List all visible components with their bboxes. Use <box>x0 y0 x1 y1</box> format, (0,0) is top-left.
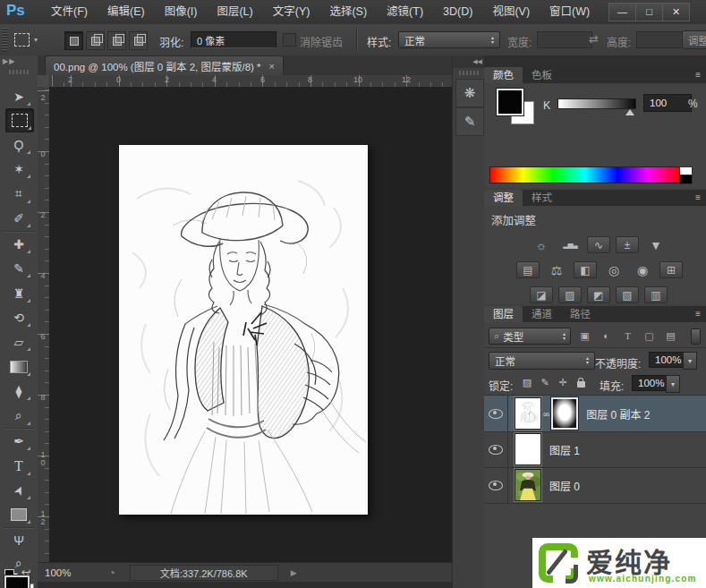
brushes-panel-button[interactable]: ✎ <box>455 107 484 136</box>
black-white-icon[interactable]: ◧ <box>574 261 597 278</box>
new-selection-button[interactable] <box>64 31 83 50</box>
layer-name[interactable]: 图层 1 <box>549 442 580 457</box>
antialias-checkbox[interactable] <box>283 33 296 47</box>
filter-smart-object-icon[interactable]: ▤ <box>663 328 678 343</box>
curves-icon[interactable]: ∿ <box>587 236 610 253</box>
threshold-icon[interactable]: ◩ <box>587 286 610 303</box>
exposure-icon[interactable]: ± <box>616 236 639 253</box>
tool-preset-picker[interactable]: ▾ <box>14 31 50 48</box>
eraser-tool[interactable]: ▱ <box>5 330 32 353</box>
toolbar-grip[interactable] <box>9 70 29 74</box>
tab-styles[interactable]: 样式 <box>523 190 561 206</box>
tab-layers[interactable]: 图层 <box>484 306 523 322</box>
filter-adjustment-layers-icon[interactable]: ◐ <box>599 328 614 343</box>
lock-position-icon[interactable]: ✛ <box>556 376 570 389</box>
photo-filter-icon[interactable]: ◎ <box>602 261 625 278</box>
layer-mask-thumbnail[interactable] <box>551 397 578 430</box>
expand-panels-icon[interactable]: ◀◀ <box>453 55 485 68</box>
horizontal-ruler[interactable]: 2 0 2 4 6 8 10 12 <box>49 75 452 88</box>
tab-color[interactable]: 颜色 <box>484 67 523 83</box>
tab-close-icon[interactable]: × <box>269 61 275 72</box>
lock-image-pixels-icon[interactable]: ✎ <box>538 376 552 389</box>
layer-row-0[interactable]: ∞ 图层 0 副本 2 <box>484 396 706 432</box>
menu-view[interactable]: 视图(V) <box>482 0 540 24</box>
layer-name[interactable]: 图层 0 <box>549 478 580 493</box>
menu-type[interactable]: 文字(Y) <box>263 0 320 24</box>
menu-select[interactable]: 选择(S) <box>319 0 377 24</box>
posterize-icon[interactable]: ▨ <box>558 286 582 303</box>
foreground-color-swatch[interactable] <box>4 575 30 588</box>
menu-edit[interactable]: 编辑(E) <box>98 0 155 24</box>
minimize-button[interactable]: — <box>608 3 635 21</box>
path-selection-tool[interactable]: ➤ <box>5 479 32 501</box>
menu-layer[interactable]: 图层(L) <box>207 0 262 24</box>
eyedropper-tool[interactable]: ✐ <box>5 207 32 229</box>
layer-filter-type-dropdown[interactable]: ⌕ 类型 ▴▾ <box>489 328 571 345</box>
layer-thumbnail[interactable] <box>515 397 541 430</box>
height-input[interactable] <box>636 31 688 48</box>
layer-row-1[interactable]: 图层 1 <box>484 431 706 468</box>
tab-adjustments[interactable]: 调整 <box>484 190 523 206</box>
layer-thumbnail[interactable] <box>515 469 541 501</box>
rectangle-tool[interactable] <box>5 503 32 525</box>
layer-row-2[interactable]: 图层 0 <box>484 467 706 504</box>
tab-channels[interactable]: 通道 <box>523 306 561 322</box>
swap-width-height-icon[interactable]: ⇄ <box>589 32 599 46</box>
foreground-swatch[interactable] <box>497 89 523 115</box>
zoom-level[interactable]: 100% <box>45 567 71 578</box>
document-info[interactable]: 文档:337.2K/786.8K <box>130 565 278 581</box>
close-button[interactable]: ✕ <box>662 3 690 21</box>
status-expand-icon[interactable]: ▶ <box>291 568 297 577</box>
crop-tool[interactable]: ⌗ <box>5 183 32 205</box>
menu-image[interactable]: 图像(I) <box>155 0 208 24</box>
invert-icon[interactable]: ◪ <box>530 286 553 303</box>
strip-grip[interactable] <box>459 71 479 75</box>
canvas[interactable] <box>119 145 368 515</box>
filter-pixel-layers-icon[interactable]: ▣ <box>577 328 592 343</box>
panel-menu-icon[interactable]: ≡ <box>695 67 706 83</box>
document-tab[interactable]: 00.png @ 100% (图层 0 副本 2, 图层蒙版/8) * × <box>45 55 284 76</box>
filter-type-layers-icon[interactable]: T <box>620 328 635 343</box>
layer-visibility-toggle[interactable] <box>484 396 508 431</box>
brightness-contrast-icon[interactable]: ☼ <box>530 236 553 253</box>
toolbar-collapse-icon[interactable]: ▶▶ <box>3 57 15 65</box>
channel-mixer-icon[interactable]: ◉ <box>631 261 654 278</box>
history-brush-tool[interactable]: ⟲ <box>5 306 32 328</box>
menu-window[interactable]: 窗口(W) <box>540 0 600 24</box>
options-grip[interactable] <box>2 28 8 52</box>
gradient-map-icon[interactable]: ▧ <box>616 286 639 303</box>
lock-transparent-pixels-icon[interactable]: ▨ <box>520 376 534 389</box>
layer-visibility-toggle[interactable] <box>484 431 508 467</box>
panel-menu-icon[interactable]: ≡ <box>695 306 706 322</box>
clone-stamp-tool[interactable]: ♜ <box>5 282 32 304</box>
blur-tool[interactable]: ⧫ <box>5 379 32 402</box>
k-slider-track[interactable] <box>557 98 636 109</box>
feather-input[interactable]: 0 像素 <box>191 31 276 48</box>
hand-tool[interactable]: Ψ <box>5 529 32 551</box>
blend-mode-dropdown[interactable]: 正常 ▴▾ <box>489 352 595 370</box>
lasso-tool[interactable]: Ϙ <box>5 133 32 156</box>
menu-3d[interactable]: 3D(D) <box>433 0 482 24</box>
subtract-from-selection-button[interactable] <box>107 31 126 50</box>
menu-filter[interactable]: 滤镜(T) <box>377 0 433 24</box>
layer-thumbnail[interactable] <box>515 433 541 465</box>
color-spectrum-ramp[interactable] <box>489 166 681 183</box>
width-input[interactable] <box>537 31 592 48</box>
layer-visibility-toggle[interactable] <box>484 467 508 503</box>
rectangular-marquee-tool[interactable] <box>5 108 34 132</box>
refine-edge-button[interactable]: 调整边缘 <box>682 30 706 49</box>
style-dropdown[interactable]: 正常 ▴▾ <box>398 31 500 48</box>
hue-saturation-icon[interactable]: ▤ <box>516 261 540 278</box>
opacity-dropdown-icon[interactable]: ▾ <box>683 352 697 370</box>
magic-wand-tool[interactable]: ✶ <box>5 158 32 180</box>
panel-menu-icon[interactable]: ≡ <box>695 190 706 206</box>
black-swatch[interactable] <box>679 175 693 184</box>
gradient-tool[interactable] <box>5 355 32 378</box>
k-value-input[interactable]: 100 <box>643 94 692 112</box>
tab-swatches[interactable]: 色板 <box>523 67 561 83</box>
layer-filter-toggle[interactable] <box>691 328 701 345</box>
selective-color-icon[interactable]: ▥ <box>644 286 668 303</box>
canvas-pasteboard[interactable] <box>49 87 452 562</box>
lock-all-icon[interactable] <box>574 376 588 389</box>
filter-shape-layers-icon[interactable]: ▢ <box>642 328 657 343</box>
